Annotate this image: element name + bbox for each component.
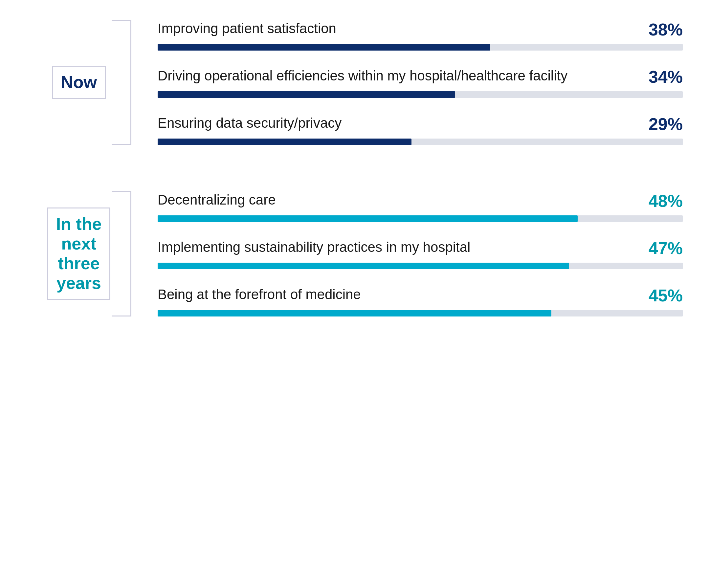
bar-item: Improving patient satisfaction38% — [158, 20, 683, 51]
section-future: In thenextthreeyearsDecentralizing care4… — [26, 191, 683, 317]
bar-percentage: 47% — [643, 238, 683, 258]
bar-item: Decentralizing care48% — [158, 191, 683, 222]
bar-percentage: 38% — [643, 20, 683, 39]
bar-track — [158, 310, 683, 317]
section-label-now: Now — [52, 66, 106, 99]
section-label-wrapper-future: In thenextthreeyears — [26, 191, 131, 317]
bar-label: Ensuring data security/privacy — [158, 114, 643, 132]
bar-fill — [158, 215, 578, 222]
bar-track — [158, 215, 683, 222]
bar-fill — [158, 310, 551, 317]
bar-track — [158, 44, 683, 51]
bar-item: Being at the forefront of medicine45% — [158, 286, 683, 317]
bar-label: Being at the forefront of medicine — [158, 286, 643, 304]
bar-track — [158, 138, 683, 145]
bar-percentage: 48% — [643, 191, 683, 211]
bars-area-now: Improving patient satisfaction38%Driving… — [131, 20, 683, 145]
bracket-future — [112, 191, 131, 317]
bar-label: Decentralizing care — [158, 191, 643, 209]
bar-item: Driving operational efficiencies within … — [158, 67, 683, 98]
bracket-now — [112, 20, 131, 145]
bar-track — [158, 263, 683, 269]
section-now: NowImproving patient satisfaction38%Driv… — [26, 20, 683, 145]
bar-percentage: 34% — [643, 67, 683, 87]
section-label-wrapper-now: Now — [26, 20, 131, 145]
bar-label: Implementing sustainability practices in… — [158, 238, 643, 257]
section-label-future: In thenextthreeyears — [47, 208, 111, 300]
chart-container: NowImproving patient satisfaction38%Driv… — [26, 20, 683, 336]
bar-fill — [158, 263, 569, 269]
bar-label: Improving patient satisfaction — [158, 20, 643, 38]
bar-percentage: 45% — [643, 286, 683, 305]
bar-fill — [158, 91, 455, 98]
bar-percentage: 29% — [643, 114, 683, 134]
bars-area-future: Decentralizing care48%Implementing susta… — [131, 191, 683, 317]
bar-track — [158, 91, 683, 98]
bar-label: Driving operational efficiencies within … — [158, 67, 643, 85]
bar-item: Implementing sustainability practices in… — [158, 238, 683, 269]
bar-item: Ensuring data security/privacy29% — [158, 114, 683, 145]
bar-fill — [158, 138, 412, 145]
bar-fill — [158, 44, 490, 51]
